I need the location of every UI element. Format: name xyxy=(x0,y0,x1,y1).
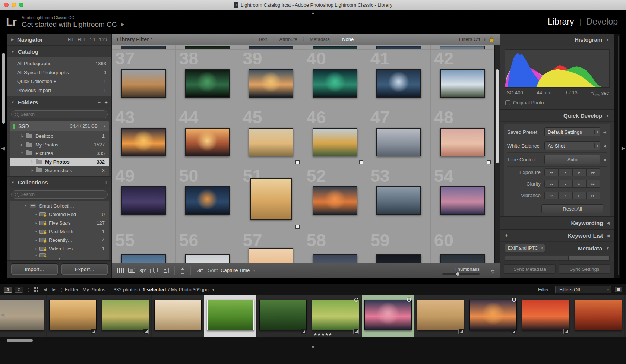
filter-option[interactable]: None xyxy=(336,37,360,42)
photo-thumbnail[interactable] xyxy=(376,128,421,156)
folders-search-input[interactable]: Search xyxy=(11,110,108,118)
stepper-decrease[interactable]: ◂ xyxy=(559,192,572,199)
quick-collection-ring-icon[interactable] xyxy=(407,298,411,302)
filmstrip-cell[interactable] xyxy=(0,295,47,337)
collection-row[interactable]: Five Stars 127 xyxy=(10,219,109,227)
zoom-option[interactable]: FIT xyxy=(68,37,74,42)
keyword-list-header[interactable]: + Keyword List ◀ xyxy=(500,229,614,242)
grid-cell[interactable]: 58 xyxy=(303,231,367,263)
slider-knob[interactable] xyxy=(456,272,460,276)
filmstrip-thumbnail[interactable] xyxy=(575,300,622,330)
disclosure-icon[interactable] xyxy=(29,169,34,172)
toolbar-options-icon[interactable]: ▽ xyxy=(491,269,494,275)
collapse-bottom-panel-icon[interactable]: ▼ xyxy=(311,345,315,349)
grid-cell[interactable]: 50 xyxy=(176,167,239,231)
photo-thumbnail[interactable] xyxy=(440,69,485,98)
main-window-button[interactable]: 1 xyxy=(4,287,12,293)
photo-thumbnail[interactable] xyxy=(440,128,485,156)
photo-partial[interactable] xyxy=(313,46,357,49)
catalog-header[interactable]: ▼ Catalog xyxy=(7,45,111,57)
loupe-view-icon[interactable] xyxy=(128,266,135,275)
import-button[interactable]: Import... xyxy=(11,264,58,275)
catalog-item[interactable]: All Photographs 1863 xyxy=(7,59,111,68)
add-folder-button[interactable]: + xyxy=(104,99,108,105)
catalog-item[interactable]: Quick Collection + 1 xyxy=(7,77,111,86)
filmstrip-thumbnail[interactable] xyxy=(470,300,517,330)
folder-row[interactable]: Desktop 1 xyxy=(10,132,109,140)
auto-tone-button[interactable]: Auto xyxy=(544,155,600,164)
grid-cell[interactable]: 41 xyxy=(367,49,431,108)
grid-cell[interactable]: 49 xyxy=(112,167,176,231)
reset-all-button[interactable]: Reset All xyxy=(541,204,603,213)
disclosure-icon[interactable] xyxy=(33,254,38,257)
grid-cell[interactable]: 42 xyxy=(431,49,494,108)
stepper-large-decrease[interactable]: ◂◂ xyxy=(544,192,559,199)
collapse-left-panel-icon[interactable]: ◀ xyxy=(1,145,5,151)
photo-thumbnail[interactable] xyxy=(313,128,357,156)
preset-spinner-icon[interactable]: ▲▼ xyxy=(484,38,486,41)
folder-row[interactable]: My Photos 332 xyxy=(10,158,109,166)
thumbnail-badge-icon[interactable] xyxy=(511,329,516,334)
quick-collection-ring-icon[interactable] xyxy=(354,298,358,302)
navigator-header[interactable]: ▶ Navigator FITFILL1:11:2 ▲▼ xyxy=(7,34,111,45)
folders-header[interactable]: ▼ Folders − + xyxy=(7,96,111,108)
photo-thumbnail[interactable] xyxy=(313,186,357,215)
zoom-option[interactable]: 1:1 xyxy=(89,37,95,42)
filmstrip-source-label[interactable]: Folder : My Photos xyxy=(65,287,105,292)
painter-spray-icon[interactable] xyxy=(180,266,185,275)
get-started-link[interactable]: Get started with Lightroom CC ▶ xyxy=(22,20,124,29)
filmstrip-cell[interactable] xyxy=(47,295,99,337)
filmstrip-cell[interactable] xyxy=(572,295,625,337)
photo-thumbnail[interactable] xyxy=(376,186,421,215)
filmstrip-thumbnail[interactable] xyxy=(522,300,569,330)
disclosure-icon[interactable] xyxy=(23,204,28,208)
collection-row[interactable]: Smart Collecti… xyxy=(10,202,109,210)
stepper-large-decrease[interactable]: ◂◂ xyxy=(544,180,559,188)
photo-thumbnail[interactable] xyxy=(376,69,421,98)
grid-cell[interactable]: 45 xyxy=(239,108,303,167)
people-view-icon[interactable] xyxy=(162,266,169,275)
remove-folder-button[interactable]: − xyxy=(97,99,101,105)
grid-cell[interactable]: 59 xyxy=(367,231,431,263)
grid-cell[interactable]: 55 xyxy=(112,231,176,263)
sort-value-select[interactable]: Capture Time xyxy=(221,268,250,273)
photo-thumbnail[interactable] xyxy=(121,128,166,156)
collection-row[interactable]: Past Month 1 xyxy=(10,227,109,236)
filmstrip-cell[interactable]: ★★★★★ xyxy=(309,295,362,337)
disclosure-icon[interactable] xyxy=(19,134,25,138)
metadata-header[interactable]: EXIF and IPTC ▲▼ Metadata ▼ xyxy=(500,242,614,254)
grid-view-icon[interactable] xyxy=(117,266,124,275)
filmstrip-cell[interactable] xyxy=(99,295,152,337)
filter-preset-select[interactable]: Filters Off xyxy=(459,37,480,42)
stepper-decrease[interactable]: ◂ xyxy=(559,168,572,176)
histogram-header[interactable]: Histogram ▼ xyxy=(500,34,614,46)
lock-icon[interactable] xyxy=(489,36,494,42)
thumbnail-badge-icon[interactable] xyxy=(301,329,306,334)
photo-thumbnail[interactable] xyxy=(185,254,230,263)
photo-thumbnail[interactable] xyxy=(440,186,485,215)
catalog-item[interactable]: All Synced Photographs 0 xyxy=(7,68,111,77)
thumbnail-badge-icon[interactable] xyxy=(295,225,300,229)
original-photo-checkbox[interactable] xyxy=(505,100,510,105)
folder-row[interactable]: Pictures 335 xyxy=(10,149,109,158)
sync-settings-button[interactable]: Sync Settings xyxy=(559,264,610,274)
add-collection-button[interactable]: + xyxy=(104,179,108,186)
filmstrip-status[interactable]: 332 photos / 1 selected / My Photo 309.j… xyxy=(114,287,214,292)
photo-thumbnail[interactable] xyxy=(376,254,421,263)
disclosure-icon[interactable] xyxy=(19,152,25,155)
thumbnail-badge-icon[interactable] xyxy=(359,160,363,164)
expand-left-icon[interactable]: ◀ xyxy=(603,144,607,148)
disclosure-icon[interactable] xyxy=(33,247,38,250)
grid-cell[interactable]: 38 xyxy=(176,49,239,108)
compare-view-icon[interactable]: X|Y xyxy=(139,266,146,275)
second-window-button[interactable]: 2 xyxy=(15,287,23,293)
disclosure-icon[interactable] xyxy=(33,230,38,233)
photo-thumbnail[interactable] xyxy=(249,69,293,98)
thumbnail-badge-icon[interactable] xyxy=(353,329,359,334)
filmstrip-hscrollbar-thumb[interactable] xyxy=(7,339,33,342)
filmstrip-scroll-left-icon[interactable]: ◀ xyxy=(1,312,4,317)
filmstrip-filter-select[interactable]: Filters Off ▲▼ xyxy=(555,286,611,293)
photo-thumbnail[interactable] xyxy=(185,128,230,156)
grid-cell[interactable]: 46 xyxy=(303,108,367,167)
filmstrip-thumbnail[interactable] xyxy=(207,300,254,330)
